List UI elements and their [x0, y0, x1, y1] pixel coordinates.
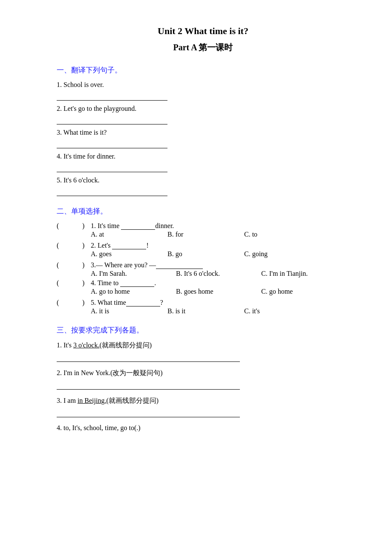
blank: [120, 279, 154, 287]
paren-close: ): [82, 222, 91, 230]
mcq-option: C. I'm in Tianjin.: [261, 270, 346, 278]
paren-open: (: [57, 222, 82, 230]
paren-close: ): [82, 261, 91, 269]
construct-item-1: 1. It's 3 o'clock.(就画线部分提问): [57, 341, 349, 350]
mcq-option: C. going: [244, 250, 321, 258]
underlined-text: in Beijing.: [78, 397, 107, 404]
mcq-option: C. it's: [244, 307, 321, 315]
construct-answer-line-1: [57, 353, 240, 362]
mcq-question: 4. Time to .: [91, 279, 349, 287]
mcq-item-5: ( ) 5. What time? A. it is B. is it C. i…: [57, 299, 349, 315]
blank: [156, 261, 203, 269]
paren-open: (: [57, 279, 82, 287]
mcq-item-2: ( ) 2. Let's ! A. goes B. go C. going: [57, 242, 349, 258]
mcq-item-3: ( ) 3.— Where are you? — A. I'm Sarah. B…: [57, 261, 349, 278]
construct-item-4: 4. to, It's, school, time, go to(.): [57, 424, 349, 432]
section-2-header: 二、单项选择。: [57, 206, 349, 216]
answer-line-4: [57, 163, 167, 172]
paren-close: ): [82, 299, 91, 306]
answer-line-5: [57, 187, 167, 196]
construct-answer-line-3: [57, 408, 240, 417]
mcq-option: C. to: [244, 231, 321, 238]
mcq-question: 3.— Where are you? —: [91, 261, 349, 269]
answer-line-3: [57, 139, 167, 148]
mcq-question: 2. Let's !: [91, 242, 349, 249]
answer-line-1: [57, 91, 167, 101]
construct-item-3: 3. I am in Beijing.(就画线部分提问): [57, 396, 349, 405]
paren-open: (: [57, 299, 82, 306]
mcq-item-1: ( ) 1. It's time dinner. A. at B. for C.…: [57, 222, 349, 238]
list-item: 4. It's time for dinner.: [57, 153, 349, 160]
mcq-option: B. go: [167, 250, 244, 258]
page-title: Unit 2 What time is it?: [57, 26, 349, 37]
answer-line-2: [57, 115, 167, 124]
paren-close: ): [82, 279, 91, 287]
list-item: 1. School is over.: [57, 81, 349, 89]
list-item: 5. It's 6 o'clock.: [57, 176, 349, 184]
page-subtitle: Part A 第一课时: [57, 42, 349, 53]
section-3-header: 三、按要求完成下列各题。: [57, 325, 349, 335]
mcq-option: B. is it: [167, 307, 244, 315]
section-1: 一、翻译下列句子。 1. School is over. 2. Let's go…: [57, 65, 349, 196]
list-item: 3. What time is it?: [57, 129, 349, 136]
paren-open: (: [57, 242, 82, 249]
mcq-option: A. it is: [91, 307, 167, 315]
section-2: 二、单项选择。 ( ) 1. It's time dinner. A. at B…: [57, 206, 349, 315]
mcq-question: 5. What time?: [91, 299, 349, 306]
mcq-question: 1. It's time dinner.: [91, 222, 349, 230]
mcq-option: A. at: [91, 231, 167, 238]
underlined-text: 3 o'clock.: [73, 341, 100, 349]
list-item: 2. Let's go to the playground.: [57, 105, 349, 113]
blank: [112, 242, 146, 249]
mcq-option: A. goes: [91, 250, 167, 258]
paren-open: (: [57, 261, 82, 269]
mcq-item-4: ( ) 4. Time to . A. go to home B. goes h…: [57, 279, 349, 295]
mcq-option: B. goes home: [176, 288, 261, 295]
mcq-option: A. go to home: [91, 288, 176, 295]
mcq-option: B. It's 6 o'clock.: [176, 270, 261, 278]
mcq-option: C. go home: [261, 288, 346, 295]
construct-answer-line-2: [57, 380, 240, 390]
mcq-option: B. for: [167, 231, 244, 238]
blank: [126, 299, 160, 306]
blank: [121, 222, 155, 230]
paren-close: ): [82, 242, 91, 249]
section-3: 三、按要求完成下列各题。 1. It's 3 o'clock.(就画线部分提问)…: [57, 325, 349, 432]
mcq-option: A. I'm Sarah.: [91, 270, 176, 278]
construct-item-2: 2. I'm in New York.(改为一般疑问句): [57, 369, 349, 378]
section-1-header: 一、翻译下列句子。: [57, 65, 349, 75]
